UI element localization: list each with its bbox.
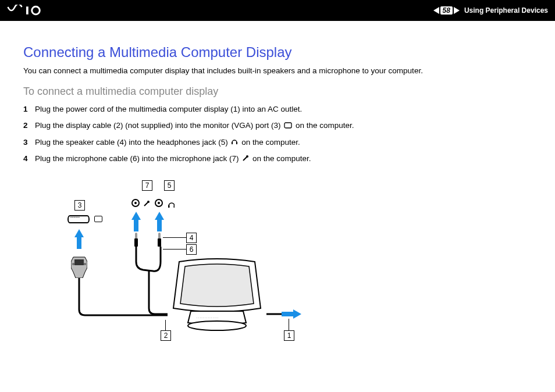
svg-rect-0 bbox=[26, 6, 29, 15]
svg-rect-2 bbox=[284, 123, 291, 128]
page-title: Connecting a Multimedia Computer Display bbox=[23, 44, 532, 60]
headphones-icon bbox=[231, 137, 238, 148]
next-page-arrow[interactable] bbox=[454, 7, 460, 14]
svg-rect-3 bbox=[232, 142, 233, 144]
step-number: 1 bbox=[23, 104, 35, 115]
step-text: Plug the speaker cable (4) into the head… bbox=[35, 137, 532, 149]
svg-point-6 bbox=[246, 155, 248, 158]
step-1: 1 Plug the power cord of the multimedia … bbox=[23, 104, 532, 115]
crt-monitor-icon: · · · · · · · · · · · · · · bbox=[168, 256, 266, 337]
step-2: 2 Plug the display cable (2) (not suppli… bbox=[23, 120, 532, 132]
page-nav: 58 bbox=[433, 6, 460, 15]
step-number: 4 bbox=[23, 153, 35, 165]
step-text: Plug the power cord of the multimedia co… bbox=[35, 104, 532, 115]
step-4: 4 Plug the microphone cable (6) into the… bbox=[23, 153, 532, 165]
subheading: To connect a multimedia computer display bbox=[23, 85, 532, 98]
page-number: 58 bbox=[440, 6, 453, 15]
step-text: Plug the display cable (2) (not supplied… bbox=[35, 120, 532, 132]
microphone-icon bbox=[242, 154, 249, 165]
monitor-port-icon bbox=[284, 120, 292, 132]
svg-point-1 bbox=[32, 6, 40, 15]
vaio-logo bbox=[7, 5, 59, 16]
step-text: Plug the microphone cable (6) into the m… bbox=[35, 153, 532, 165]
callout-1: 1 bbox=[284, 330, 294, 341]
callout-lead bbox=[165, 320, 166, 330]
step-number: 3 bbox=[23, 137, 35, 149]
step-3: 3 Plug the speaker cable (4) into the he… bbox=[23, 137, 532, 149]
callout-2: 2 bbox=[161, 330, 171, 341]
section-label: Using Peripheral Devices bbox=[464, 6, 548, 15]
svg-text:· · · · · · · · · · · · · ·: · · · · · · · · · · · · · · bbox=[197, 316, 219, 319]
header-bar: 58 Using Peripheral Devices bbox=[0, 0, 555, 21]
svg-rect-4 bbox=[236, 142, 237, 144]
steps-list: 1 Plug the power cord of the multimedia … bbox=[23, 104, 532, 165]
svg-line-5 bbox=[243, 157, 247, 161]
callout-lead bbox=[289, 319, 289, 330]
header-right: 58 Using Peripheral Devices bbox=[433, 6, 548, 15]
prev-page-arrow[interactable] bbox=[433, 7, 439, 14]
intro-text: You can connect a multimedia computer di… bbox=[23, 66, 532, 75]
connection-diagram: 3 7 5 4 6 bbox=[51, 174, 330, 349]
page-content: Connecting a Multimedia Computer Display… bbox=[0, 21, 555, 349]
svg-point-14 bbox=[188, 321, 246, 330]
step-number: 2 bbox=[23, 120, 35, 132]
